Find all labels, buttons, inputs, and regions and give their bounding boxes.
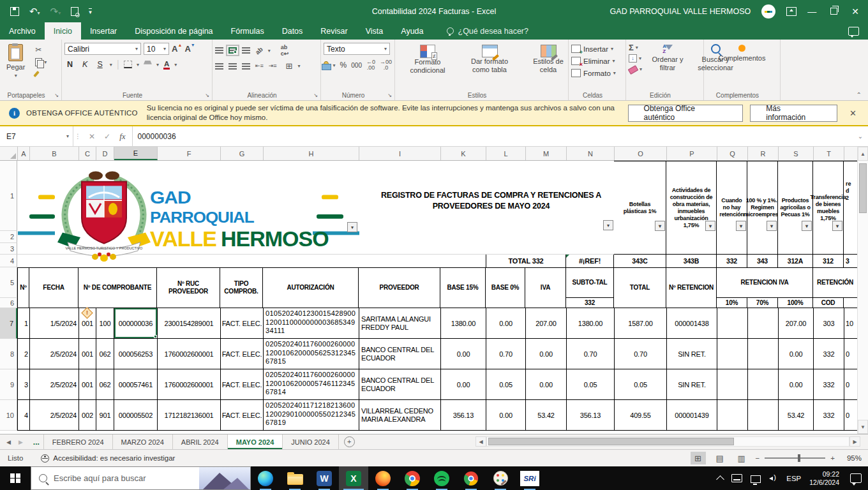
filter-dropdown-o[interactable]: ▾ [655, 221, 665, 231]
page-layout-view-icon[interactable]: ▤ [712, 452, 728, 464]
cell[interactable] [717, 400, 748, 430]
cell[interactable]: FACT. ELEC. [221, 308, 264, 338]
cell[interactable] [748, 400, 779, 430]
cell[interactable]: 0.00 [441, 339, 486, 369]
column-header-n[interactable]: N [567, 147, 615, 160]
align-bottom-icon[interactable] [242, 47, 250, 54]
name-box[interactable]: E7▾ [0, 126, 73, 146]
clipboard-dialog-launcher[interactable]: ↘ [54, 93, 59, 98]
cell[interactable]: 0.05 [486, 369, 526, 399]
horizontal-scroll-thumb[interactable] [488, 438, 734, 445]
column-header-c[interactable]: C [79, 147, 96, 160]
cell[interactable]: 0.70 [567, 339, 615, 369]
cell[interactable]: FACT. ELEC. [221, 400, 264, 430]
cell[interactable]: 0.00 [486, 308, 526, 338]
taskbar-chrome-profile[interactable] [456, 466, 486, 490]
cell[interactable]: SIN RET. [667, 369, 717, 399]
minimize-button[interactable]: — [807, 6, 816, 17]
cell[interactable]: 409.55 [615, 400, 667, 430]
more-info-button[interactable]: Más información [750, 105, 837, 122]
filter-dropdown-t[interactable]: ▾ [832, 221, 842, 231]
cell[interactable]: 1760002600001 [158, 339, 221, 369]
header-subtotal[interactable]: SUBTO-TAL [566, 267, 614, 298]
number-format-select[interactable]: Texto▾ [324, 43, 390, 55]
sheet-tab-junio[interactable]: JUNIO 2024 [283, 434, 339, 449]
increase-decimal-icon[interactable]: ←0.00 [366, 59, 375, 71]
menu-tab-datos[interactable]: Datos [273, 22, 312, 40]
decrease-indent-icon[interactable]: ⇤≡ [255, 63, 264, 69]
header-comprobante[interactable]: Nº DE COMPROBANTE [79, 267, 157, 308]
save-icon[interactable] [10, 7, 19, 16]
format-as-table-button[interactable]: Dar formato como tabla [458, 43, 521, 89]
retention-header-s[interactable]: Productos agricoilas o Pecuas 1%▾ [778, 161, 813, 255]
logo-title-cell[interactable]: VALLE HERMOSO TURISTICO Y PRODUCTIVO GAD… [17, 161, 614, 255]
font-size-select[interactable]: 10▾ [144, 43, 169, 55]
cell[interactable]: 332 [814, 339, 844, 369]
delete-cells-button[interactable]: Eliminar▾ [571, 55, 623, 67]
header-tipo[interactable]: TIPO COMPROB. [220, 267, 263, 308]
retention-header-p[interactable]: Actividades de construcción de obra mate… [666, 161, 717, 255]
row-header-2[interactable]: 2 [0, 231, 17, 243]
row-header-1[interactable]: 1 [0, 161, 17, 231]
retention-header-r[interactable]: 100 % y 1%.- Regimen microempresa▾ [747, 161, 778, 255]
header-ruc[interactable]: Nº RUC PROVEEDOR [157, 267, 220, 308]
cancel-entry-icon[interactable]: ✕ [89, 132, 95, 141]
cell[interactable]: 1380.00 [441, 308, 486, 338]
alignment-dialog-launcher[interactable]: ↘ [313, 93, 318, 98]
column-header-d[interactable]: D [96, 147, 114, 160]
scroll-up-icon[interactable]: ▲ [858, 147, 868, 161]
taskbar-spotify[interactable] [427, 466, 456, 490]
selected-cell-e7[interactable]: 000000036 [114, 308, 158, 338]
restore-button[interactable] [830, 8, 837, 15]
sort-filter-button[interactable]: AZ Ordenar y filtrar [646, 43, 689, 89]
normal-view-icon[interactable]: ⊞ [691, 452, 706, 464]
header-cod[interactable]: COD [813, 298, 844, 308]
taskbar-firefox[interactable] [368, 466, 398, 490]
cell[interactable]: 0.05 [567, 369, 615, 399]
cell-styles-button[interactable]: Estilos de celda [521, 43, 575, 89]
formula-input[interactable]: 000000036 [133, 126, 853, 146]
row-header-10[interactable]: 10 [0, 400, 17, 431]
get-office-button[interactable]: Obtenga Office auténtico [628, 105, 744, 122]
zoom-slider[interactable] [765, 457, 825, 459]
scroll-right-icon[interactable]: ▶ [849, 436, 860, 447]
cell[interactable]: 2/5/2024 [30, 369, 79, 399]
retention-header-o[interactable]: Botellas plásticas 1%▾ [614, 161, 666, 255]
cell-code-312[interactable]: 312 [813, 255, 844, 267]
paste-button[interactable]: Pegar ▾ [3, 43, 29, 80]
tray-expand-icon[interactable] [716, 475, 724, 484]
column-header-p[interactable]: P [667, 147, 717, 160]
cell[interactable]: 062 [96, 369, 114, 399]
orientation-icon[interactable]: ab [254, 45, 264, 56]
cell[interactable]: 53.42 [526, 400, 567, 430]
cell-with-error[interactable]: 100! [96, 308, 114, 338]
header-base15[interactable]: BASE 15% [440, 267, 486, 308]
row-header-3[interactable]: 3 [0, 243, 17, 255]
confirm-entry-icon[interactable]: ✓ [104, 132, 110, 141]
cell[interactable]: 2/5/2024 [30, 339, 79, 369]
header-u-blank[interactable] [844, 298, 857, 308]
cell[interactable]: 1/5/2024 [30, 308, 79, 338]
cell[interactable]: 0105202401230015428900120011000000000368… [264, 308, 359, 338]
row-header-9[interactable]: 9 [0, 369, 17, 400]
cell[interactable] [748, 339, 779, 369]
decrease-decimal-icon[interactable]: →00.0 [380, 59, 392, 71]
collapse-ribbon-icon[interactable]: ⌃ [857, 91, 862, 98]
ribbon-display-options-icon[interactable] [786, 7, 797, 16]
font-name-select[interactable]: Calibri▾ [64, 43, 141, 55]
horizontal-scrollbar[interactable]: ◀ ▶ [475, 436, 860, 447]
cell[interactable]: 0205202401176000260000120010620000574611… [264, 369, 359, 399]
taskbar-excel-active[interactable]: X [339, 466, 368, 490]
zoom-in-icon[interactable]: + [830, 454, 835, 462]
filter-dropdown-s[interactable]: ▾ [802, 221, 812, 231]
accounting-format-icon[interactable] [324, 61, 329, 69]
comments-icon[interactable] [848, 27, 859, 36]
column-header-l[interactable]: L [486, 147, 526, 160]
filter-dropdown-p[interactable]: ▾ [705, 221, 715, 231]
namebox-splitter[interactable]: ⋮ [73, 126, 82, 146]
borders-icon[interactable] [124, 61, 132, 68]
column-header-r[interactable]: R [748, 147, 779, 160]
cell-code-312a[interactable]: 312A [778, 255, 813, 267]
underline-button[interactable]: S [94, 59, 105, 70]
filter-dropdown-n[interactable]: ▾ [603, 220, 613, 230]
